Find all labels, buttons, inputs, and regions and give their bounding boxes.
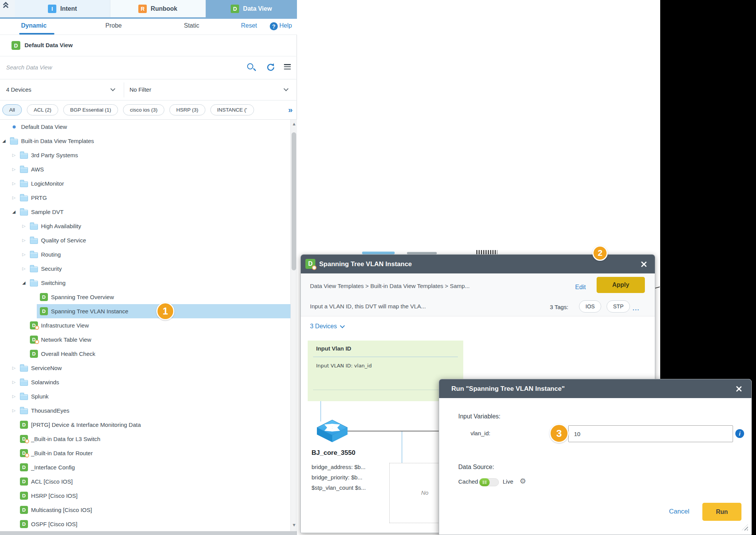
tree-item[interactable]: Switching	[0, 276, 290, 290]
tree-item[interactable]: _Built-in Data for L3 Switch	[0, 432, 290, 446]
tab-runbook[interactable]: R Runbook	[110, 0, 206, 17]
tree-item[interactable]: Spanning Tree VLAN Instance 1	[0, 304, 290, 318]
info-icon[interactable]: i	[735, 429, 744, 438]
tree-item[interactable]: AWS	[0, 162, 290, 176]
more-chips-icon[interactable]: »	[288, 105, 293, 115]
tab-data-view[interactable]: D Data View	[206, 0, 297, 17]
tree-expander-icon[interactable]	[12, 361, 20, 375]
tree-expander-icon[interactable]	[12, 162, 20, 176]
tree-item[interactable]: Built-in Data View Templates	[0, 134, 290, 148]
filter-chip[interactable]: BGP Essential (1)	[63, 104, 118, 115]
edit-link[interactable]: Edit	[575, 284, 586, 291]
tree-item[interactable]: Default Data View	[0, 120, 290, 134]
close-icon[interactable]	[735, 385, 742, 392]
search-input[interactable]: Search Data View	[6, 64, 52, 71]
filter-chip[interactable]: ACL (2)	[27, 104, 58, 115]
help-link[interactable]: Help	[279, 22, 292, 29]
toggle-knob[interactable]	[479, 478, 490, 486]
device-scope-chevron-icon[interactable]	[110, 86, 115, 91]
tree-expander-icon[interactable]	[22, 233, 30, 247]
data-source-toggle[interactable]	[479, 478, 499, 486]
tree-item[interactable]: _Interface Config	[0, 460, 290, 474]
device-name[interactable]: BJ_core_3550	[312, 449, 355, 457]
tree-expander-icon[interactable]	[12, 205, 20, 219]
subtab-static[interactable]: Static	[184, 22, 199, 29]
tab-intent[interactable]: I Intent	[15, 0, 110, 17]
cancel-button[interactable]: Cancel	[669, 508, 689, 515]
tree-item[interactable]: 3rd Party Systems	[0, 148, 290, 162]
filter-chevron-icon[interactable]	[284, 86, 289, 91]
run-button[interactable]: Run	[702, 503, 741, 521]
tree-item-icon	[20, 520, 30, 529]
switch-device-icon[interactable]	[316, 419, 348, 444]
tree-item[interactable]: ThousandEyes	[0, 403, 290, 418]
tree-expander-icon[interactable]	[12, 191, 20, 205]
data-source-label: Data Source:	[458, 464, 494, 471]
filter-chip[interactable]: cisco ios (3)	[123, 104, 164, 115]
tree-item[interactable]: Spanning Tree Overview	[0, 290, 290, 304]
run-dialog-header[interactable]: Run "Spanning Tree VLAN Instance"	[439, 379, 751, 398]
subtab-probe[interactable]: Probe	[105, 22, 122, 29]
vlan-id-input[interactable]	[568, 425, 733, 442]
tree-item[interactable]: [PRTG] Device & Interface Monitoring Dat…	[0, 418, 290, 432]
tree-expander-icon[interactable]	[22, 262, 30, 276]
tree-item[interactable]: Multicasting [Cisco IOS]	[0, 503, 290, 517]
refresh-icon[interactable]	[266, 63, 276, 72]
device-scope-dropdown[interactable]: 4 Devices	[6, 86, 31, 93]
tree-item[interactable]: Overall Health Check	[0, 347, 290, 361]
tree-item[interactable]: HSRP [Cisco IOS]	[0, 489, 290, 503]
scroll-up-icon[interactable]: ▲	[291, 122, 297, 126]
tree-item[interactable]: Security	[0, 262, 290, 276]
search-icon[interactable]	[246, 63, 256, 72]
gear-icon[interactable]: ⚙	[520, 477, 526, 485]
tree-scrollbar[interactable]: ▲ ▼	[290, 120, 297, 531]
tree-expander-icon[interactable]	[22, 276, 30, 290]
help-icon[interactable]: ?	[270, 22, 278, 30]
tree-item[interactable]: High Availability	[0, 219, 290, 233]
tree-expander-icon[interactable]	[12, 389, 20, 403]
horizontal-scrollbar[interactable]	[0, 531, 297, 535]
apply-button[interactable]: Apply	[597, 277, 645, 293]
tree-item[interactable]: ACL [Cisco IOS]	[0, 474, 290, 489]
tag-chip-ios[interactable]: IOS	[579, 300, 601, 313]
tree-expander-icon[interactable]	[22, 247, 30, 262]
tree-item-label: OSPF [Cisco IOS]	[31, 521, 77, 527]
filter-chip[interactable]: INSTANCE ('	[210, 104, 254, 115]
sub-tab-bar: Dynamic Probe Static Reset ? Help	[0, 19, 297, 35]
filter-dropdown[interactable]: No Filter	[130, 86, 151, 93]
subtab-dynamic[interactable]: Dynamic	[21, 22, 47, 29]
tree-expander-icon[interactable]	[22, 219, 30, 233]
tab-runbook-label: Runbook	[151, 5, 177, 12]
tree-item-label: Solarwinds	[31, 379, 59, 385]
tree-item[interactable]: Network Table View	[0, 333, 290, 347]
tree-item[interactable]: LogicMonitor	[0, 176, 290, 191]
close-icon[interactable]	[640, 261, 647, 268]
more-tags-link[interactable]: ...	[633, 305, 640, 311]
tree-item[interactable]: Solarwinds	[0, 375, 290, 389]
scrollbar-thumb[interactable]	[292, 132, 296, 270]
collapse-panel-icon[interactable]	[0, 0, 11, 12]
filter-chip[interactable]: All	[2, 104, 22, 115]
tree-item[interactable]: OSPF [Cisco IOS]	[0, 517, 290, 531]
step-badge-3: 3	[549, 424, 569, 443]
tree-expander-icon[interactable]	[12, 403, 20, 418]
filter-chip[interactable]: HSRP (3)	[169, 104, 205, 115]
tree-item[interactable]: _Built-in Data for Router	[0, 446, 290, 460]
menu-icon[interactable]	[284, 64, 291, 69]
tree-item[interactable]: Sample DVT	[0, 205, 290, 219]
tree-item[interactable]: Splunk	[0, 389, 290, 403]
tree-expander-icon[interactable]	[2, 134, 10, 148]
tree-item[interactable]: Quality of Service	[0, 233, 290, 247]
tree-expander-icon[interactable]	[12, 148, 20, 162]
resize-grip[interactable]	[742, 524, 748, 530]
scroll-down-icon[interactable]: ▼	[291, 523, 297, 527]
reset-button[interactable]: Reset	[241, 22, 257, 29]
tree-item[interactable]: Infrastructure View	[0, 318, 290, 333]
tree-item[interactable]: PRTG	[0, 191, 290, 205]
tree-item[interactable]: ServiceNow	[0, 361, 290, 375]
tree-item[interactable]: Routing	[0, 247, 290, 262]
devices-dropdown[interactable]: 3 Devices	[310, 323, 344, 330]
tag-chip-stp[interactable]: STP	[607, 300, 630, 313]
tree-expander-icon[interactable]	[12, 176, 20, 191]
tree-expander-icon[interactable]	[12, 375, 20, 389]
